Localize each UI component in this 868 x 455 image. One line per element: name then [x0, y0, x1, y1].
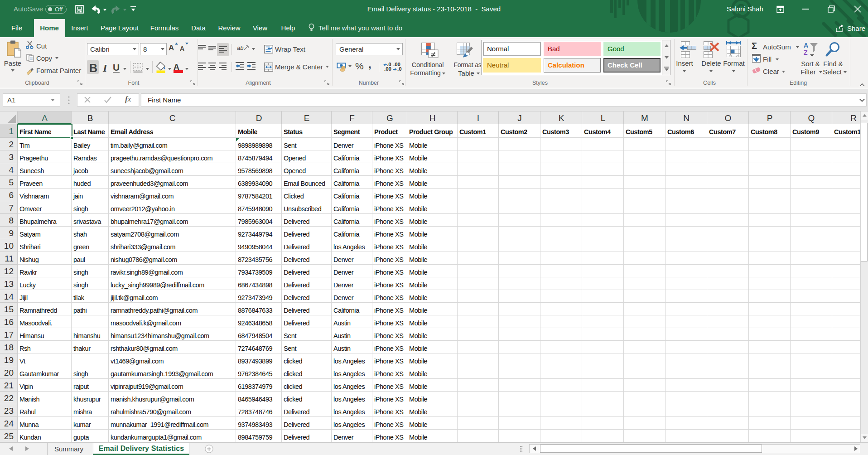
- svg-text:A: A: [804, 42, 808, 49]
- svg-text:Z: Z: [804, 49, 808, 56]
